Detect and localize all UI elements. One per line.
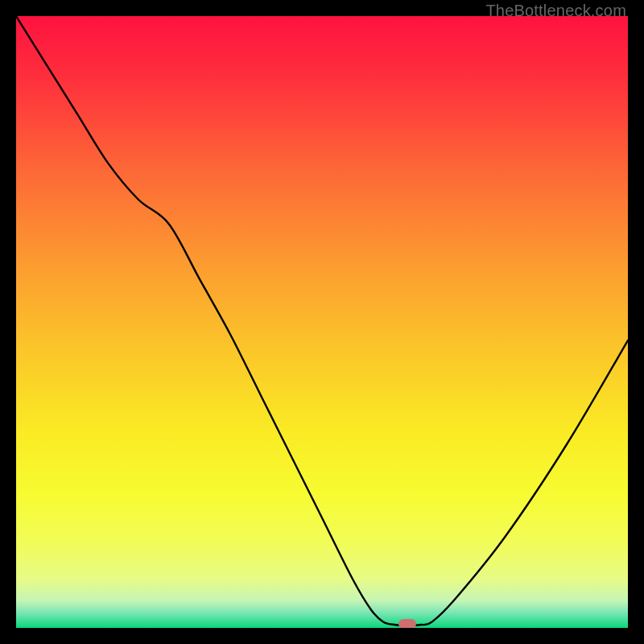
bottleneck-chart: TheBottleneck.com	[0, 0, 644, 644]
optimal-marker	[398, 619, 416, 628]
plot-area	[16, 16, 628, 628]
bottleneck-curve-path	[16, 16, 628, 625]
curve-layer	[16, 16, 628, 628]
watermark-label: TheBottleneck.com	[485, 2, 626, 20]
